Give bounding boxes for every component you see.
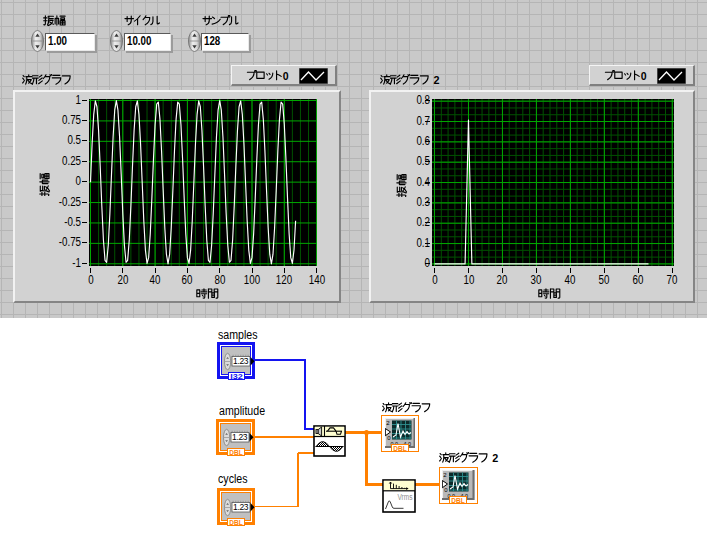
svg-text:2: 2: [492, 452, 498, 464]
svg-text:I32: I32: [230, 372, 243, 380]
svg-text:1.23: 1.23: [233, 356, 249, 366]
svg-text:DBL: DBL: [451, 496, 465, 504]
svg-text:0: 0: [641, 70, 647, 82]
svg-text:2: 2: [433, 74, 439, 86]
svg-text:0: 0: [283, 70, 289, 82]
svg-text:Vrms: Vrms: [398, 492, 413, 502]
svg-text:DBL: DBL: [229, 518, 243, 526]
svg-text:1.23: 1.23: [232, 432, 248, 442]
svg-text:DBL: DBL: [229, 448, 243, 456]
svg-text:DBL: DBL: [393, 444, 407, 452]
svg-text:1.23: 1.23: [233, 502, 249, 512]
